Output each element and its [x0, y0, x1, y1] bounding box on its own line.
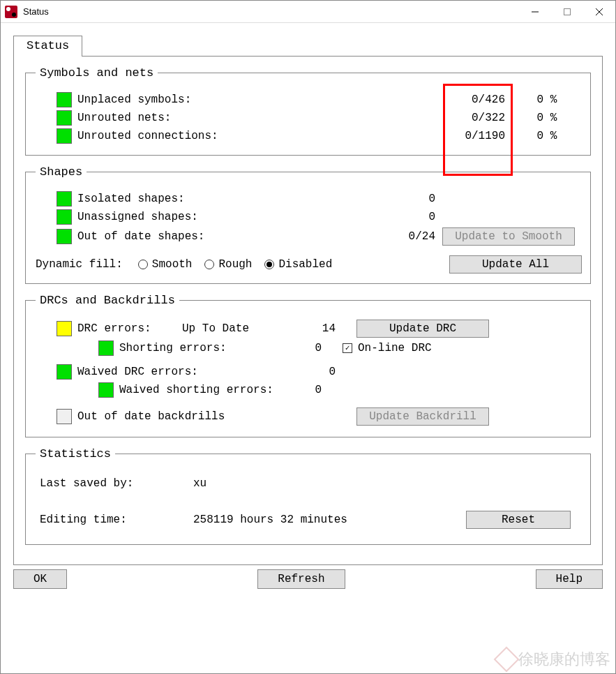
radio-icon — [264, 260, 274, 269]
window-controls — [519, 1, 615, 22]
tab-status[interactable]: Status — [13, 36, 82, 57]
radio-rough[interactable]: Rough — [204, 258, 252, 271]
saved-by-label: Last saved by: — [40, 477, 193, 490]
ood-shapes-label: Out of date shapes: — [77, 230, 366, 243]
window-title: Status — [23, 6, 519, 17]
waived-value: 0 — [294, 366, 343, 378]
unrouted-connections-value: 0/1190 — [435, 130, 512, 142]
drcs-group: DRCs and Backdrills DRC errors: Up To Da… — [25, 294, 591, 437]
unplaced-symbols-pct: 0 % — [512, 93, 582, 106]
status-indicator-icon[interactable] — [98, 340, 114, 356]
isolated-shapes-row: Isolated shapes: 0 — [36, 190, 582, 208]
backdrill-row: Out of date backdrills Update Backdrill — [36, 406, 582, 427]
help-button[interactable]: Help — [536, 569, 603, 589]
unassigned-shapes-label: Unassigned shapes: — [77, 211, 366, 223]
status-indicator-icon[interactable] — [57, 409, 72, 424]
editing-time-label: Editing time: — [40, 514, 193, 526]
waived-shorting-label: Waived shorting errors: — [119, 384, 280, 396]
watermark-icon — [494, 647, 520, 673]
waived-shorting-row: Waived shorting errors: 0 — [36, 381, 582, 399]
unrouted-connections-row: Unrouted connections: 0/1190 0 % — [36, 127, 582, 145]
unrouted-nets-pct: 0 % — [512, 112, 582, 124]
radio-smooth[interactable]: Smooth — [138, 258, 193, 271]
update-to-smooth-button[interactable]: Update to Smooth — [442, 227, 575, 246]
statistics-legend: Statistics — [36, 447, 115, 460]
shapes-group: Shapes Isolated shapes: 0 Unassigned sha… — [25, 165, 591, 284]
unplaced-symbols-row: Unplaced symbols: 0/426 0 % — [36, 91, 582, 109]
online-drc-checkbox[interactable]: ✓ — [343, 343, 352, 353]
radio-icon — [138, 260, 148, 269]
close-button[interactable] — [583, 1, 615, 22]
watermark: 徐晓康的博客 — [497, 649, 610, 670]
status-indicator-icon[interactable] — [57, 209, 72, 225]
radio-disabled[interactable]: Disabled — [264, 258, 332, 271]
saved-by-value: xu — [193, 477, 466, 490]
saved-by-row: Last saved by: xu — [36, 472, 582, 495]
waived-label: Waived DRC errors: — [77, 366, 294, 378]
status-indicator-icon[interactable] — [98, 382, 114, 398]
ood-shapes-value: 0/24 — [366, 230, 442, 243]
drc-status: Up To Date — [182, 322, 294, 335]
svg-rect-1 — [564, 8, 571, 15]
drc-errors-row: DRC errors: Up To Date 14 Update DRC — [36, 318, 582, 339]
radio-icon — [204, 260, 214, 269]
content: Status Symbols and nets Unplaced symbols… — [1, 23, 615, 600]
status-indicator-icon[interactable] — [57, 110, 72, 126]
symbols-nets-legend: Symbols and nets — [36, 66, 158, 80]
status-indicator-icon[interactable] — [57, 321, 72, 336]
titlebar: Status — [1, 1, 615, 23]
unrouted-nets-value: 0/322 — [435, 112, 512, 124]
update-all-button[interactable]: Update All — [449, 255, 582, 274]
isolated-shapes-value: 0 — [366, 193, 442, 205]
status-indicator-icon[interactable] — [57, 92, 72, 107]
status-indicator-icon[interactable] — [57, 364, 72, 380]
dialog-buttons: OK Refresh Help — [13, 569, 603, 589]
update-backdrill-button[interactable]: Update Backdrill — [356, 407, 489, 426]
unplaced-symbols-label: Unplaced symbols: — [77, 93, 435, 106]
drc-errors-value: 14 — [294, 322, 343, 335]
ood-shapes-row: Out of date shapes: 0/24 Update to Smoot… — [36, 226, 582, 247]
symbols-nets-group: Symbols and nets Unplaced symbols: 0/426… — [25, 66, 591, 156]
unrouted-nets-label: Unrouted nets: — [77, 112, 435, 124]
shorting-value: 0 — [280, 342, 329, 354]
editing-time-row: Editing time: 258119 hours 32 minutes Re… — [36, 505, 582, 534]
update-drc-button[interactable]: Update DRC — [356, 320, 489, 338]
statistics-group: Statistics Last saved by: xu Editing tim… — [25, 447, 591, 545]
waived-shorting-value: 0 — [280, 384, 329, 396]
shorting-row: Shorting errors: 0 ✓ On-line DRC — [36, 339, 582, 357]
online-drc-label: On-line DRC — [358, 342, 432, 354]
minimize-button[interactable] — [519, 1, 551, 22]
waived-drc-row: Waived DRC errors: 0 — [36, 363, 582, 381]
unrouted-nets-row: Unrouted nets: 0/322 0 % — [36, 109, 582, 127]
tab-panel: Symbols and nets Unplaced symbols: 0/426… — [13, 56, 603, 565]
status-indicator-icon[interactable] — [57, 229, 72, 244]
reset-button[interactable]: Reset — [466, 511, 571, 529]
unassigned-shapes-row: Unassigned shapes: 0 — [36, 208, 582, 226]
status-indicator-icon[interactable] — [57, 191, 72, 207]
app-icon — [5, 6, 17, 18]
dynamic-fill-row: Dynamic fill: Smooth Rough Disabled Upda… — [36, 255, 582, 274]
unassigned-shapes-value: 0 — [366, 211, 442, 223]
unplaced-symbols-value: 0/426 — [435, 93, 512, 106]
editing-time-value: 258119 hours 32 minutes — [193, 514, 466, 526]
unrouted-connections-label: Unrouted connections: — [77, 130, 435, 142]
maximize-button[interactable] — [551, 1, 583, 22]
shorting-label: Shorting errors: — [119, 342, 280, 354]
shapes-legend: Shapes — [36, 165, 87, 179]
refresh-button[interactable]: Refresh — [257, 569, 345, 589]
drcs-legend: DRCs and Backdrills — [36, 294, 179, 307]
dynamic-fill-label: Dynamic fill: — [36, 258, 123, 271]
isolated-shapes-label: Isolated shapes: — [77, 193, 366, 205]
drc-errors-label: DRC errors: — [77, 322, 182, 335]
unrouted-connections-pct: 0 % — [512, 130, 582, 142]
status-indicator-icon[interactable] — [57, 128, 72, 144]
backdrill-label: Out of date backdrills — [77, 410, 343, 423]
ok-button[interactable]: OK — [13, 569, 67, 589]
